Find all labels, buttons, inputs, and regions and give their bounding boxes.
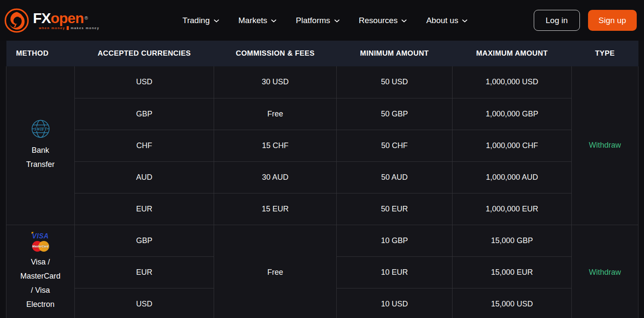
table-row: VISA MasterCard Visa / MasterCard / Visa… bbox=[6, 225, 638, 256]
type-cell-withdraw: Withdraw bbox=[572, 225, 638, 318]
col-header-method: METHOD bbox=[6, 41, 75, 66]
table-header-row: METHOD ACCEPTED CURRENCIES COMMISSION & … bbox=[6, 41, 638, 66]
cell-minimum: 50 GBP bbox=[337, 98, 453, 130]
col-header-accepted-currencies: ACCEPTED CURRENCIES bbox=[75, 41, 214, 66]
table-row: GBP Free 50 GBP 1,000,000 GBP bbox=[6, 98, 638, 130]
chevron-down-icon bbox=[214, 19, 219, 23]
signup-button[interactable]: Sign up bbox=[588, 10, 637, 31]
brand-logo[interactable]: FXopen® when money makes money bbox=[4, 8, 100, 33]
brand-tagline: when money makes money bbox=[33, 26, 100, 30]
chevron-down-icon bbox=[401, 19, 407, 23]
cell-currency: AUD bbox=[75, 161, 214, 193]
main-nav: Trading Markets Platforms Resources Abou… bbox=[182, 16, 468, 25]
cell-commission: 30 AUD bbox=[214, 161, 337, 193]
cell-currency: GBP bbox=[75, 225, 214, 256]
cell-currency: EUR bbox=[75, 193, 214, 225]
col-header-minimum-amount: MINIMUM AMOUNT bbox=[337, 41, 453, 66]
brand-fx: FX bbox=[33, 10, 50, 26]
cell-commission-merged: Free bbox=[214, 225, 337, 318]
nav-item-resources[interactable]: Resources bbox=[359, 16, 407, 25]
login-button[interactable]: Log in bbox=[534, 10, 580, 31]
col-header-maximum-amount: MAXIMUM AMOUNT bbox=[453, 41, 572, 66]
method-cell-visa-mastercard: VISA MasterCard Visa / MasterCard / Visa… bbox=[6, 225, 75, 318]
fxopen-logo-icon bbox=[4, 8, 29, 33]
cell-minimum: 10 USD bbox=[337, 288, 453, 318]
cell-currency: GBP bbox=[75, 98, 214, 130]
swift-label: SWIFT bbox=[34, 127, 47, 131]
nav-item-markets[interactable]: Markets bbox=[238, 16, 277, 25]
cell-maximum: 15,000 EUR bbox=[453, 256, 572, 288]
cell-maximum: 1,000,000 USD bbox=[453, 66, 572, 98]
cell-minimum: 50 CHF bbox=[337, 130, 453, 161]
cell-commission: Free bbox=[214, 98, 337, 130]
nav-item-platforms[interactable]: Platforms bbox=[296, 16, 339, 25]
cell-commission: 15 CHF bbox=[214, 130, 337, 161]
col-header-commission-fees: COMMISSION & FEES bbox=[214, 41, 337, 66]
auth-buttons: Log in Sign up bbox=[534, 10, 637, 31]
swift-icon: SWIFT bbox=[31, 119, 50, 139]
withdrawal-methods-table: METHOD ACCEPTED CURRENCIES COMMISSION & … bbox=[6, 41, 638, 318]
cell-currency: CHF bbox=[75, 130, 214, 161]
chevron-down-icon bbox=[462, 19, 468, 23]
card-logos: VISA MasterCard bbox=[31, 233, 50, 252]
cell-maximum: 1,000,000 AUD bbox=[453, 161, 572, 193]
table-row: SWIFT Bank Transfer USD 30 USD 50 USD 1,… bbox=[6, 66, 638, 98]
cell-minimum: 50 AUD bbox=[337, 161, 453, 193]
withdrawal-table-container: METHOD ACCEPTED CURRENCIES COMMISSION & … bbox=[6, 41, 638, 318]
chevron-down-icon bbox=[334, 19, 340, 23]
cell-maximum: 1,000,000 GBP bbox=[453, 98, 572, 130]
chevron-down-icon bbox=[271, 19, 276, 23]
nav-item-trading[interactable]: Trading bbox=[182, 16, 219, 25]
cell-maximum: 1,000,000 CHF bbox=[453, 130, 572, 161]
brand-open: open bbox=[50, 10, 83, 26]
cell-minimum: 50 USD bbox=[337, 66, 453, 98]
top-navigation-bar: FXopen® when money makes money Trading M… bbox=[0, 0, 644, 41]
cell-maximum: 1,000,000 EUR bbox=[453, 193, 572, 225]
cell-commission: 30 USD bbox=[214, 66, 337, 98]
cell-maximum: 15,000 USD bbox=[453, 288, 572, 318]
method-cell-bank-transfer: SWIFT Bank Transfer bbox=[6, 66, 75, 225]
cell-currency: USD bbox=[75, 66, 214, 98]
nav-item-about-us[interactable]: About us bbox=[426, 16, 468, 25]
cell-minimum: 10 GBP bbox=[337, 225, 453, 256]
tagline-cursor-block bbox=[67, 26, 69, 30]
brand-wordmark: FXopen® when money makes money bbox=[33, 11, 100, 30]
cell-currency: EUR bbox=[75, 256, 214, 288]
mastercard-label: MasterCard bbox=[31, 245, 50, 248]
method-label: Visa / MasterCard / Visa Electron bbox=[18, 255, 63, 312]
col-header-type: TYPE bbox=[572, 41, 638, 66]
type-cell-withdraw: Withdraw bbox=[572, 66, 638, 225]
cell-minimum: 10 EUR bbox=[337, 256, 453, 288]
mastercard-logo: MasterCard bbox=[31, 241, 50, 252]
registered-mark: ® bbox=[85, 15, 88, 21]
cell-currency: USD bbox=[75, 288, 214, 318]
table-row: EUR 15 EUR 50 EUR 1,000,000 EUR bbox=[6, 193, 638, 225]
cell-maximum: 15,000 GBP bbox=[453, 225, 572, 256]
visa-logo: VISA bbox=[32, 233, 49, 240]
table-row: AUD 30 AUD 50 AUD 1,000,000 AUD bbox=[6, 161, 638, 193]
cell-minimum: 50 EUR bbox=[337, 193, 453, 225]
table-row: CHF 15 CHF 50 CHF 1,000,000 CHF bbox=[6, 130, 638, 161]
cell-commission: 15 EUR bbox=[214, 193, 337, 225]
method-label: Bank Transfer bbox=[18, 143, 63, 172]
